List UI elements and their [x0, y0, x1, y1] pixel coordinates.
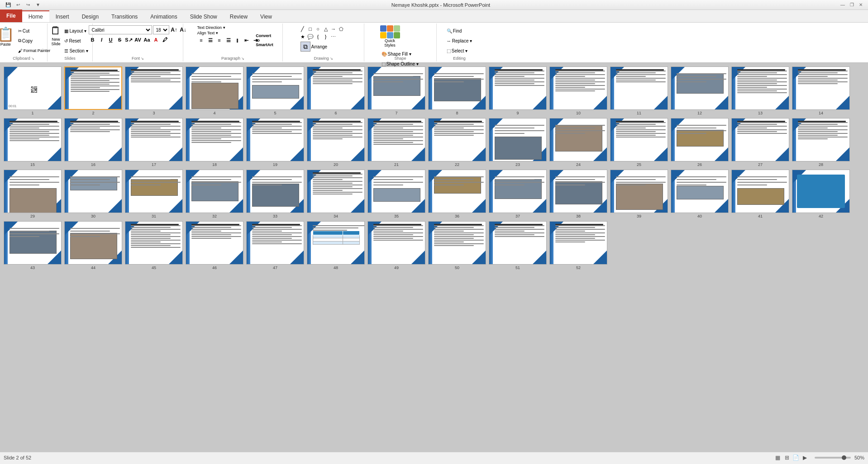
format-painter-button[interactable]: 🖌 Format Painter	[17, 46, 52, 55]
slide-thumb-1[interactable]: ﷽00:011	[4, 66, 62, 115]
slide-thumb-19[interactable]: 19	[246, 118, 304, 167]
tab-design[interactable]: Design	[76, 10, 105, 22]
tab-slideshow[interactable]: Slide Show	[184, 10, 224, 22]
save-btn[interactable]: 💾	[4, 1, 13, 9]
cut-button[interactable]: ✂ Cut	[17, 26, 52, 35]
slide-thumb-34[interactable]: 34	[307, 170, 365, 218]
indent-less-btn[interactable]: ⇤	[243, 36, 251, 44]
slide-thumb-44[interactable]: 44	[64, 221, 122, 270]
section-button[interactable]: ☰ Section ▾	[63, 46, 89, 55]
bold-btn[interactable]: B	[89, 36, 97, 44]
slide-thumb-2[interactable]: 2	[64, 66, 122, 115]
tab-review[interactable]: Review	[224, 10, 254, 22]
slide-thumb-49[interactable]: 49	[367, 221, 425, 270]
highlight-color-btn[interactable]: 🖍	[161, 36, 169, 44]
paragraph-expand[interactable]: ↘	[241, 57, 244, 61]
smartart-btn[interactable]: Convert to SmartArt	[261, 36, 269, 44]
slide-thumb-13[interactable]: 13	[731, 66, 789, 115]
font-color-btn[interactable]: A	[152, 36, 160, 44]
slide-thumb-35[interactable]: 35	[367, 170, 425, 218]
normal-view-btn[interactable]: ▦	[774, 454, 782, 462]
slide-thumb-16[interactable]: 16	[64, 118, 122, 167]
underline-btn[interactable]: U	[107, 36, 115, 44]
slide-thumb-30[interactable]: 30	[64, 170, 122, 218]
slide-thumb-29[interactable]: 29	[4, 170, 62, 218]
slide-thumb-26[interactable]: 26	[671, 118, 729, 167]
italic-btn[interactable]: I	[98, 36, 106, 44]
slide-thumb-11[interactable]: 11	[610, 66, 668, 115]
slide-thumb-20[interactable]: 20	[307, 118, 365, 167]
slide-thumb-15[interactable]: 15	[4, 118, 62, 167]
shape-oval[interactable]: ○	[315, 25, 322, 33]
align-left-btn[interactable]: ≡	[197, 36, 205, 44]
tab-transitions[interactable]: Transitions	[105, 10, 144, 22]
slide-thumb-46[interactable]: 46	[186, 221, 243, 270]
slide-thumb-45[interactable]: 45	[125, 221, 183, 270]
find-button[interactable]: 🔍 Find	[445, 26, 463, 35]
arrange-button[interactable]: ⧉ Arrange	[299, 42, 329, 51]
paste-button[interactable]: 📋 Paste	[0, 24, 16, 48]
shape-line[interactable]: ╱	[299, 25, 306, 33]
layout-button[interactable]: ▦ Layout ▾	[63, 26, 89, 35]
clipboard-expand[interactable]: ↘	[31, 57, 34, 61]
slide-thumb-36[interactable]: 36	[428, 170, 486, 218]
col-count-btn[interactable]: ⫿	[234, 36, 242, 44]
undo-btn[interactable]: ↩	[14, 1, 23, 9]
tab-home[interactable]: Home	[22, 10, 49, 22]
slide-thumb-31[interactable]: 31	[125, 170, 183, 218]
slide-thumb-10[interactable]: 10	[549, 66, 607, 115]
shape-arrow[interactable]: →	[330, 25, 337, 33]
slide-thumb-7[interactable]: 7	[367, 66, 425, 115]
font-case-btn[interactable]: Aa	[143, 36, 151, 44]
redo-btn[interactable]: ↪	[24, 1, 33, 9]
slide-thumb-3[interactable]: 3	[125, 66, 183, 115]
copy-button[interactable]: ⧉ Copy	[17, 36, 52, 45]
slide-thumb-18[interactable]: 18	[186, 118, 243, 167]
justify-btn[interactable]: ☰	[224, 36, 233, 44]
font-name-selector[interactable]: Calibri	[89, 25, 152, 34]
reset-button[interactable]: ↺ Reset	[63, 36, 89, 45]
slide-thumb-50[interactable]: 50	[428, 221, 486, 270]
slide-thumb-24[interactable]: 24	[549, 118, 607, 167]
zoom-slider[interactable]	[815, 457, 851, 459]
slide-thumb-23[interactable]: 23	[489, 118, 547, 167]
strikethrough-btn[interactable]: S	[116, 36, 124, 44]
slide-thumb-47[interactable]: 47	[246, 221, 304, 270]
zoom-thumb[interactable]	[842, 455, 846, 460]
new-slide-button[interactable]: 🗒 NewSlide	[50, 24, 61, 46]
slide-thumb-52[interactable]: 52	[549, 221, 607, 270]
shape-star[interactable]: ★	[299, 33, 306, 40]
shape-rect[interactable]: □	[307, 25, 314, 33]
tab-view[interactable]: View	[254, 10, 278, 22]
slide-thumb-39[interactable]: 39	[610, 170, 668, 218]
align-center-btn[interactable]: ☰	[206, 36, 215, 44]
shape-pentagon[interactable]: ⬠	[338, 25, 345, 33]
slide-show-btn[interactable]: ▶	[801, 454, 809, 462]
replace-button[interactable]: ↔ Replace ▾	[445, 36, 473, 45]
slide-thumb-33[interactable]: 33	[246, 170, 304, 218]
minimize-btn[interactable]: —	[839, 1, 846, 9]
slide-thumb-25[interactable]: 25	[610, 118, 668, 167]
shape-brace[interactable]: {	[315, 33, 322, 40]
shape-more[interactable]: ⋯	[330, 33, 337, 40]
shape-callout[interactable]: 💬	[307, 33, 314, 40]
shape-brace2[interactable]: }	[322, 33, 329, 40]
slide-thumb-51[interactable]: 51	[489, 221, 547, 270]
align-right-btn[interactable]: ≡	[215, 36, 224, 44]
slide-thumb-41[interactable]: 41	[731, 170, 789, 218]
slide-thumb-38[interactable]: 38	[549, 170, 607, 218]
slide-thumb-32[interactable]: 32	[186, 170, 243, 218]
slide-sorter-btn[interactable]: ⊞	[783, 454, 791, 462]
quick-styles-button[interactable]: QuickStyles	[380, 25, 400, 47]
slide-thumb-4[interactable]: 4	[186, 66, 243, 115]
slide-thumb-28[interactable]: 28	[792, 118, 850, 167]
slide-thumb-5[interactable]: 5	[246, 66, 304, 115]
increase-font-size-btn[interactable]: A↑	[170, 26, 178, 34]
slides-panel[interactable]: ﷽00:011234567891011121314151617181920212…	[0, 63, 868, 452]
text-shadow-btn[interactable]: S↗	[125, 36, 133, 44]
slide-thumb-6[interactable]: 6	[307, 66, 365, 115]
slide-thumb-42[interactable]: 42	[792, 170, 850, 218]
slide-thumb-27[interactable]: 27	[731, 118, 789, 167]
shape-triangle[interactable]: △	[322, 25, 329, 33]
tab-animations[interactable]: Animations	[144, 10, 183, 22]
